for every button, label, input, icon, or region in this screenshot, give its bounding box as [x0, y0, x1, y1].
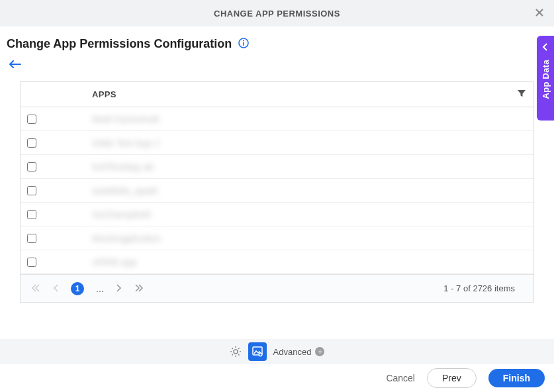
- page-title: Change App Permissions Configuration: [7, 37, 232, 51]
- app-name: KeilTestApp ab: [92, 162, 154, 172]
- info-icon[interactable]: [238, 38, 249, 50]
- svg-rect-1: [244, 42, 245, 46]
- item-count: 1 - 7 of 2726 items: [443, 283, 515, 293]
- prev-button[interactable]: Prev: [427, 368, 477, 388]
- table-row: seattletfa_apath: [21, 179, 533, 203]
- app-name: SuChampbeth: [92, 209, 152, 220]
- side-app-data-tab[interactable]: App Data: [537, 36, 554, 121]
- page-header: Change App Permissions Configuration: [0, 26, 554, 56]
- advanced-label: Advanced: [273, 347, 312, 357]
- bottom-toolbar: Advanced +: [0, 339, 554, 364]
- table-row: Multi FactorAuth: [21, 107, 533, 131]
- gear-icon[interactable]: [230, 346, 242, 358]
- filter-icon[interactable]: [510, 89, 533, 100]
- column-header-apps[interactable]: APPS: [72, 89, 510, 99]
- back-arrow-icon[interactable]: [0, 56, 554, 76]
- cancel-button[interactable]: Cancel: [386, 373, 415, 383]
- app-name: Multi FactorAuth: [92, 114, 160, 124]
- app-name: Glide Test App 2: [92, 138, 160, 148]
- table-row: KeilTestApp ab: [21, 155, 533, 179]
- side-tab-label: App Data: [541, 60, 551, 99]
- app-name: seattletfa_apath: [92, 185, 158, 196]
- table-row: SuChampbeth: [21, 203, 533, 226]
- row-checkbox[interactable]: [27, 258, 36, 267]
- row-checkbox[interactable]: [27, 186, 36, 195]
- apps-table: APPS Multi FactorAuth Glide Test App 2 K…: [20, 81, 534, 303]
- table-row: Glide Test App 2: [21, 131, 533, 155]
- last-page-icon[interactable]: [134, 283, 144, 294]
- advanced-toggle[interactable]: Advanced +: [273, 347, 325, 357]
- plus-icon: +: [315, 347, 324, 356]
- paginator: 1 ... 1 - 7 of 2726 items: [21, 274, 533, 302]
- first-page-icon[interactable]: [31, 283, 40, 294]
- app-name: nPthth app: [92, 257, 137, 268]
- image-add-icon[interactable]: [248, 342, 267, 361]
- modal-title: CHANGE APP PERMISSIONS: [214, 9, 340, 19]
- row-checkbox[interactable]: [27, 234, 36, 243]
- row-checkbox[interactable]: [27, 210, 36, 219]
- modal-header: CHANGE APP PERMISSIONS: [0, 0, 554, 26]
- finish-button[interactable]: Finish: [488, 369, 545, 387]
- dialog-footer: Cancel Prev Finish: [0, 364, 554, 392]
- svg-point-3: [234, 350, 238, 354]
- page-ellipsis: ...: [96, 283, 104, 294]
- table-row: MockIngplication: [21, 226, 533, 250]
- table-row: nPthth app: [21, 250, 533, 274]
- prev-page-icon[interactable]: [52, 283, 59, 294]
- row-checkbox[interactable]: [27, 115, 36, 124]
- close-icon[interactable]: [534, 7, 545, 20]
- row-checkbox[interactable]: [27, 162, 36, 172]
- app-name: MockIngplication: [92, 233, 161, 244]
- current-page[interactable]: 1: [71, 282, 84, 295]
- next-page-icon[interactable]: [116, 283, 122, 294]
- chevron-left-icon: [542, 42, 549, 53]
- row-checkbox[interactable]: [27, 138, 36, 148]
- table-header: APPS: [21, 82, 533, 107]
- svg-point-2: [243, 40, 244, 41]
